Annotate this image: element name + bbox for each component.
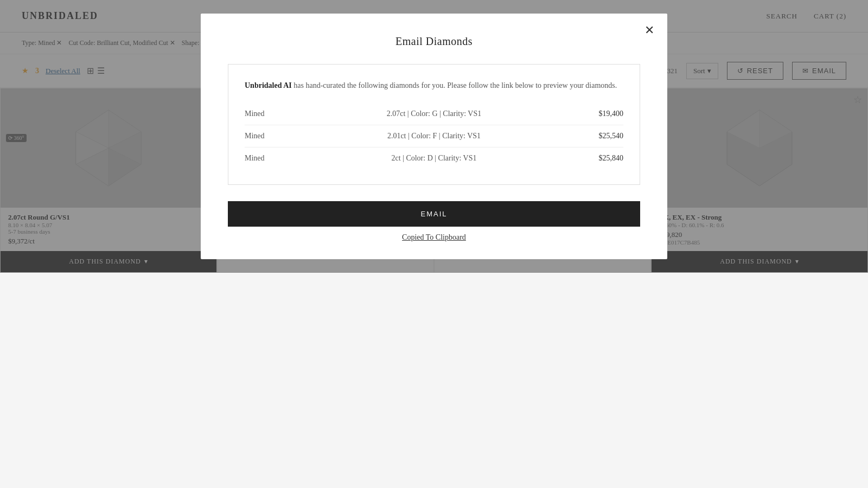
diamond-type-2: Mined	[245, 132, 288, 140]
diamond-list-box: Unbridaled AI has hand-curated the follo…	[228, 64, 640, 184]
diamond-details-2: 2.01ct | Color: F | Clarity: VS1	[288, 132, 580, 140]
email-diamonds-modal: Email Diamonds ✕ Unbridaled AI has hand-…	[201, 14, 667, 259]
modal-close-button[interactable]: ✕	[644, 23, 654, 37]
diamond-type-1: Mined	[245, 110, 288, 118]
modal-title: Email Diamonds	[228, 35, 640, 48]
diamond-price-2: $25,540	[580, 132, 623, 140]
diamond-details-1: 2.07ct | Color: G | Clarity: VS1	[288, 110, 580, 118]
diamond-list-item-1: Mined 2.07ct | Color: G | Clarity: VS1 $…	[245, 103, 623, 125]
intro-text: has hand-curated the following diamonds …	[292, 81, 617, 89]
modal-overlay: Email Diamonds ✕ Unbridaled AI has hand-…	[0, 0, 868, 273]
diamond-list-item-2: Mined 2.01ct | Color: F | Clarity: VS1 $…	[245, 125, 623, 147]
diamond-price-1: $19,400	[580, 110, 623, 118]
diamond-type-3: Mined	[245, 154, 288, 163]
modal-intro: Unbridaled AI has hand-curated the follo…	[245, 80, 623, 92]
diamond-price-3: $25,840	[580, 154, 623, 163]
diamond-details-3: 2ct | Color: D | Clarity: VS1	[288, 154, 580, 163]
diamond-list-item-3: Mined 2ct | Color: D | Clarity: VS1 $25,…	[245, 147, 623, 169]
send-email-button[interactable]: EMAIL	[228, 201, 640, 227]
copied-to-clipboard-label[interactable]: Copied To Clipboard	[228, 233, 640, 242]
brand-name: Unbridaled AI	[245, 81, 292, 89]
